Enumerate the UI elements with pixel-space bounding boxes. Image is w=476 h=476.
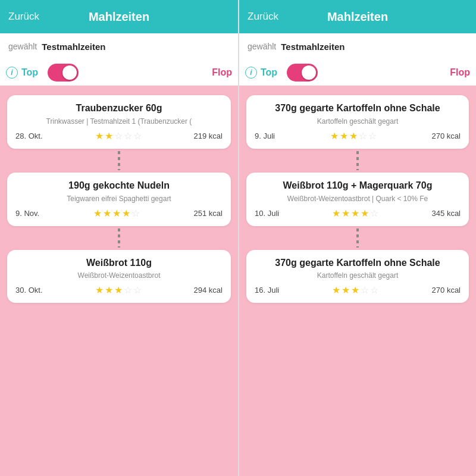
subheader-label: gewählt	[8, 42, 37, 51]
star-icon: ☆	[131, 208, 140, 219]
star-icon: ★	[351, 284, 359, 296]
food-card: Traubenzucker 60g Trinkwasser | Testmahl…	[7, 95, 231, 149]
cards-list: 370g gegarte Kartoffeln ohne Schale Kart…	[239, 86, 476, 476]
star-icon: ☆	[359, 130, 367, 142]
card-subtitle: Teigwaren eifrei Spaghetti gegart	[15, 195, 223, 203]
card-footer: 10. Juli ★★★★☆ 345 kcal	[255, 208, 461, 219]
subheader: gewählt Testmahlzeiten	[239, 33, 476, 60]
star-icon: ☆	[114, 130, 123, 142]
star-icon: ★	[332, 208, 340, 219]
header-title: Mahlzeiten	[327, 10, 388, 24]
connector-line	[356, 151, 359, 170]
card-stars: ★★★★☆	[93, 208, 140, 219]
star-icon: ☆	[361, 284, 369, 296]
star-icon: ★	[93, 208, 102, 219]
card-date: 9. Juli	[255, 131, 275, 140]
toggle-label-top: Top	[261, 67, 277, 78]
card-title: 370g gegarte Kartoffeln ohne Schale	[255, 102, 461, 115]
star-icon: ★	[340, 130, 348, 142]
connector-line	[118, 228, 120, 248]
food-card: 190g gekochte Nudeln Teigwaren eifrei Sp…	[7, 173, 231, 226]
card-title: Traubenzucker 60g	[15, 102, 223, 115]
star-icon: ★	[112, 208, 121, 219]
card-subtitle: Kartoffeln geschält gegart	[255, 271, 461, 280]
header-title: Mahlzeiten	[89, 10, 149, 24]
food-card: 370g gegarte Kartoffeln ohne Schale Kart…	[246, 250, 469, 303]
star-icon: ★	[114, 284, 123, 296]
card-kcal: 219 kcal	[194, 131, 223, 140]
food-card: Weißbrot 110g + Magerquark 70g Weißbrot-…	[246, 173, 469, 226]
star-icon: ☆	[133, 284, 142, 296]
food-card: 370g gegarte Kartoffeln ohne Schale Kart…	[246, 95, 469, 149]
star-icon: ☆	[124, 130, 132, 142]
card-stars: ★★★☆☆	[95, 284, 142, 296]
back-button[interactable]: Zurück	[8, 11, 39, 23]
star-icon: ★	[103, 208, 111, 219]
header: Zurück Mahlzeiten	[239, 0, 476, 33]
card-footer: 28. Okt. ★★☆☆☆ 219 kcal	[15, 130, 223, 142]
card-stars: ★★★★☆	[332, 208, 378, 219]
star-icon: ★	[95, 284, 104, 296]
header: Zurück Mahlzeiten	[0, 0, 238, 33]
info-icon[interactable]: i	[245, 67, 257, 79]
toggle-label-top: Top	[21, 67, 38, 78]
star-icon: ★	[122, 208, 130, 219]
card-kcal: 270 kcal	[432, 131, 461, 140]
star-icon: ★	[105, 284, 113, 296]
star-icon: ☆	[368, 130, 377, 142]
back-button[interactable]: Zurück	[248, 11, 278, 23]
toggle-row: i Top Flop	[239, 60, 476, 86]
star-icon: ★	[332, 284, 340, 296]
connector-line	[118, 151, 120, 170]
card-footer: 9. Juli ★★★☆☆ 270 kcal	[255, 130, 461, 142]
star-icon: ☆	[370, 284, 378, 296]
star-icon: ★	[361, 208, 369, 219]
toggle-knob	[62, 65, 77, 80]
card-title: Weißbrot 110g	[15, 257, 223, 270]
toggle-label-flop: Flop	[450, 67, 470, 78]
card-title: Weißbrot 110g + Magerquark 70g	[255, 180, 461, 192]
star-icon: ★	[105, 130, 113, 142]
card-kcal: 270 kcal	[432, 286, 461, 295]
star-icon: ☆	[133, 130, 142, 142]
subheader: gewählt Testmahlzeiten	[0, 33, 238, 60]
star-icon: ★	[349, 130, 358, 142]
star-icon: ★	[95, 130, 104, 142]
food-card: Weißbrot 110g Weißbrot-Weizentoastbrot 3…	[7, 250, 231, 303]
card-stars: ★★★☆☆	[332, 284, 378, 296]
card-footer: 9. Nov. ★★★★☆ 251 kcal	[15, 208, 223, 219]
card-title: 370g gegarte Kartoffeln ohne Schale	[255, 257, 461, 270]
star-icon: ★	[342, 208, 350, 219]
panel-left: Zurück Mahlzeiten gewählt Testmahlzeiten…	[0, 0, 238, 476]
card-footer: 30. Okt. ★★★☆☆ 294 kcal	[15, 284, 223, 296]
star-icon: ★	[342, 284, 350, 296]
cards-list: Traubenzucker 60g Trinkwasser | Testmahl…	[0, 86, 238, 476]
star-icon: ★	[351, 208, 359, 219]
toggle-switch[interactable]	[48, 64, 79, 82]
toggle-label-flop: Flop	[212, 67, 232, 78]
card-date: 9. Nov.	[15, 209, 39, 218]
card-kcal: 251 kcal	[194, 209, 223, 218]
card-date: 28. Okt.	[15, 131, 43, 140]
toggle-row: i Top Flop	[0, 60, 238, 86]
star-icon: ★	[330, 130, 339, 142]
card-date: 10. Juli	[255, 209, 279, 218]
card-subtitle: Kartoffeln geschält gegart	[255, 117, 461, 126]
card-title: 190g gekochte Nudeln	[15, 180, 223, 192]
card-kcal: 345 kcal	[432, 209, 461, 218]
subheader-label: gewählt	[248, 42, 276, 51]
card-subtitle: Trinkwasser | Testmahlzeit 1 (Traubenzuc…	[15, 117, 223, 126]
toggle-switch[interactable]	[287, 64, 318, 82]
info-icon[interactable]: i	[6, 67, 18, 79]
star-icon: ☆	[370, 208, 378, 219]
card-footer: 16. Juli ★★★☆☆ 270 kcal	[255, 284, 461, 296]
card-kcal: 294 kcal	[194, 286, 223, 295]
toggle-knob	[302, 65, 316, 80]
card-date: 30. Okt.	[15, 286, 43, 295]
subheader-value: Testmahlzeiten	[281, 42, 345, 52]
star-icon: ☆	[124, 284, 132, 296]
connector-line	[356, 228, 359, 248]
card-subtitle: Weißbrot-Weizentoastbrot	[15, 271, 223, 280]
panel-right: Zurück Mahlzeiten gewählt Testmahlzeiten…	[238, 0, 476, 476]
card-date: 16. Juli	[255, 286, 279, 295]
